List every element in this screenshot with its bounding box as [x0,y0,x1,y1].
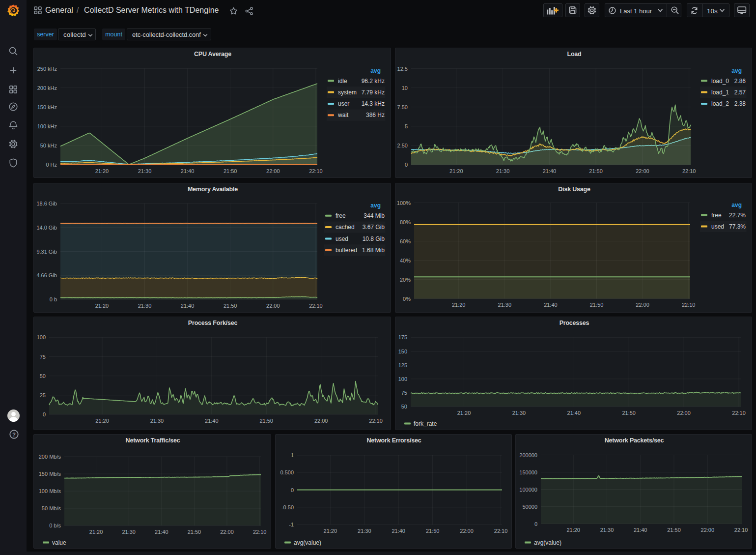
svg-text:21:50: 21:50 [188,529,201,535]
svg-text:0: 0 [405,162,408,168]
svg-text:5: 5 [405,123,408,129]
svg-text:21:30: 21:30 [150,418,164,424]
svg-text:avg(value): avg(value) [294,539,321,546]
svg-text:22:00: 22:00 [460,528,474,534]
svg-text:100 kHz: 100 kHz [37,123,57,129]
svg-text:250 kHz: 250 kHz [37,66,57,72]
svg-text:200 kHz: 200 kHz [37,85,57,91]
svg-text:22:10: 22:10 [734,527,748,533]
svg-text:avg: avg [370,67,381,74]
svg-text:21:20: 21:20 [89,529,103,535]
svg-text:150: 150 [398,349,407,354]
svg-text:21:30: 21:30 [498,302,512,308]
svg-text:load_0: load_0 [711,78,729,85]
svg-text:21:40: 21:40 [181,303,195,309]
svg-text:40%: 40% [400,258,411,263]
svg-text:fork_rate: fork_rate [414,420,437,427]
svg-text:344 Mib: 344 Mib [364,212,385,219]
svg-text:avg: avg [731,202,742,208]
svg-text:21:50: 21:50 [259,418,273,424]
svg-text:Network Errors/sec: Network Errors/sec [366,437,421,444]
svg-text:21:30: 21:30 [512,410,526,416]
svg-text:4.66 Gib: 4.66 Gib [36,272,57,278]
svg-text:22:00: 22:00 [636,302,649,308]
svg-text:22:10: 22:10 [309,303,323,309]
svg-text:50 kHz: 50 kHz [40,143,57,148]
svg-text:22.7%: 22.7% [729,212,746,219]
svg-text:22:10: 22:10 [682,168,696,174]
svg-text:150 kHz: 150 kHz [37,104,57,110]
svg-text:21:20: 21:20 [324,528,337,534]
svg-text:100: 100 [37,334,46,340]
svg-text:22:10: 22:10 [732,410,746,416]
svg-text:2.50: 2.50 [397,143,408,148]
svg-text:idle: idle [338,78,347,85]
svg-text:21:30: 21:30 [600,527,614,533]
svg-text:avg: avg [370,202,381,209]
svg-text:22:00: 22:00 [636,168,649,174]
svg-text:22:00: 22:00 [314,418,328,424]
svg-text:22:10: 22:10 [682,302,696,308]
svg-text:21:40: 21:40 [634,527,647,533]
svg-text:21:50: 21:50 [622,410,636,416]
svg-text:80%: 80% [400,219,411,225]
svg-text:0%: 0% [403,296,411,302]
svg-text:0 b: 0 b [50,296,57,302]
svg-text:22:10: 22:10 [309,168,323,174]
svg-text:CPU Average: CPU Average [194,51,231,58]
svg-text:100000: 100000 [519,487,537,493]
svg-text:100: 100 [398,376,407,382]
svg-text:1: 1 [291,452,294,458]
svg-text:10: 10 [402,85,408,91]
svg-text:2.57: 2.57 [734,89,746,96]
svg-text:60%: 60% [400,238,411,244]
svg-text:free: free [711,212,722,219]
svg-text:100%: 100% [397,200,411,206]
svg-text:Load: Load [567,51,581,58]
svg-text:77.3%: 77.3% [729,223,746,230]
svg-text:14.0 Gib: 14.0 Gib [36,225,57,231]
svg-text:22:00: 22:00 [266,168,280,174]
svg-text:125: 125 [398,362,407,368]
svg-text:load_1: load_1 [711,89,729,96]
svg-text:0: 0 [534,521,537,527]
svg-text:21:50: 21:50 [224,168,237,174]
svg-text:used: used [336,235,348,242]
svg-text:wait: wait [337,112,349,118]
svg-text:21:20: 21:20 [95,303,109,309]
svg-text:used: used [711,223,724,230]
svg-text:21:50: 21:50 [667,527,681,533]
svg-text:12.5: 12.5 [397,66,408,72]
svg-text:Network Traffic/sec: Network Traffic/sec [126,437,180,444]
svg-text:value: value [52,539,66,546]
svg-text:Network Packets/sec: Network Packets/sec [605,437,664,444]
svg-text:0 b/s: 0 b/s [49,523,61,528]
svg-text:21:30: 21:30 [122,529,136,535]
svg-text:1.68 Mib: 1.68 Mib [362,247,385,254]
svg-text:100 Mb/s: 100 Mb/s [39,488,61,494]
svg-text:Process Fork/sec: Process Fork/sec [188,320,238,326]
svg-text:0.500: 0.500 [280,469,294,475]
svg-text:Processes: Processes [560,320,589,326]
svg-text:?: ? [12,432,16,438]
svg-text:22:10: 22:10 [253,529,267,535]
svg-text:150 Mb/s: 150 Mb/s [39,471,61,477]
svg-text:10.8 Gib: 10.8 Gib [363,235,385,242]
svg-text:21:30: 21:30 [138,168,152,174]
svg-text:200 Mb/s: 200 Mb/s [39,454,61,460]
svg-text:21:40: 21:40 [205,418,219,424]
svg-text:200000: 200000 [519,452,537,458]
svg-text:25: 25 [40,392,46,398]
svg-text:50 Mb/s: 50 Mb/s [42,505,61,511]
svg-text:21:40: 21:40 [392,528,405,534]
svg-text:21:40: 21:40 [543,168,557,174]
svg-text:21:50: 21:50 [589,168,603,174]
svg-text:21:50: 21:50 [426,528,440,534]
svg-text:21:40: 21:40 [181,168,195,174]
svg-text:cached: cached [336,224,355,231]
svg-text:21:20: 21:20 [457,410,471,416]
svg-text:21:50: 21:50 [224,303,237,309]
svg-text:2.38: 2.38 [734,100,746,107]
svg-text:avg: avg [731,67,742,74]
svg-text:96.2 kHz: 96.2 kHz [362,78,385,85]
